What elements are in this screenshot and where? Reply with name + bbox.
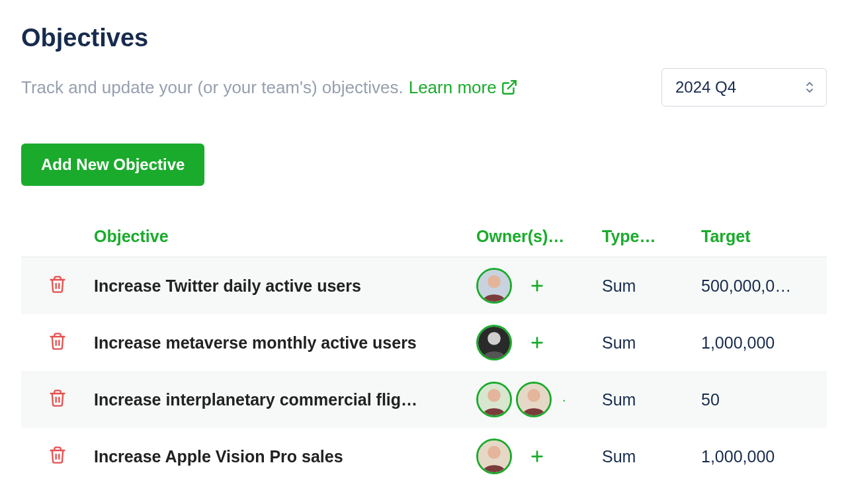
column-header-target[interactable]: Target	[695, 227, 827, 246]
delete-button[interactable]	[48, 445, 67, 468]
owner-avatars	[476, 268, 512, 304]
owner-avatars	[476, 439, 512, 474]
table-row[interactable]: Increase interplanetary commercial flig……	[21, 371, 827, 428]
plus-icon	[530, 278, 544, 293]
target-cell[interactable]: 500,000,0…	[695, 276, 827, 296]
table-row[interactable]: Increase Twitter daily active users Sum5…	[21, 257, 827, 314]
owner-avatar[interactable]	[476, 325, 512, 360]
type-cell[interactable]: Sum	[595, 390, 695, 409]
column-header-type[interactable]: Type…	[595, 227, 695, 246]
add-owner-button[interactable]	[529, 335, 545, 351]
add-objective-button[interactable]: Add New Objective	[21, 144, 204, 186]
owners-cell	[476, 325, 595, 360]
objective-name[interactable]: Increase Twitter daily active users	[94, 276, 476, 296]
target-cell[interactable]: 1,000,000	[695, 333, 827, 353]
owners-cell: ·	[476, 382, 595, 417]
page-title: Objectives	[21, 24, 827, 52]
svg-point-14	[488, 446, 501, 459]
owners-cell	[476, 439, 595, 474]
table-header-row: Objective Owner(s)… Type… Target	[21, 216, 827, 257]
type-cell[interactable]: Sum	[595, 447, 695, 466]
objectives-table: Objective Owner(s)… Type… Target Increas…	[21, 216, 827, 485]
target-cell[interactable]: 50	[695, 390, 827, 409]
plus-icon	[530, 335, 544, 350]
more-owners-indicator[interactable]: ·	[562, 393, 566, 406]
objective-name[interactable]: Increase metaverse monthly active users	[94, 333, 476, 353]
owner-avatar[interactable]	[476, 268, 512, 304]
owners-cell	[476, 268, 595, 304]
delete-cell	[21, 388, 94, 411]
table-row[interactable]: Increase Apple Vision Pro sales Sum1,000…	[21, 428, 827, 485]
trash-icon	[48, 445, 67, 465]
owner-avatars	[476, 382, 552, 417]
period-value: 2024 Q4	[675, 78, 736, 96]
svg-point-6	[488, 332, 501, 345]
owner-avatar[interactable]	[516, 382, 552, 417]
delete-button[interactable]	[48, 331, 67, 354]
trash-icon	[48, 274, 67, 294]
table-row[interactable]: Increase metaverse monthly active users …	[21, 314, 827, 371]
add-owner-button[interactable]	[529, 278, 545, 294]
type-cell[interactable]: Sum	[595, 276, 695, 296]
column-header-owners[interactable]: Owner(s)…	[476, 227, 595, 246]
subtitle-text: Track and update your (or your team's) o…	[21, 77, 403, 98]
owner-avatar[interactable]	[476, 439, 512, 474]
plus-icon	[530, 449, 544, 464]
external-link-icon	[501, 79, 518, 96]
type-cell[interactable]: Sum	[595, 333, 695, 353]
subtitle: Track and update your (or your team's) o…	[21, 77, 518, 98]
delete-button[interactable]	[48, 388, 67, 411]
delete-cell	[21, 331, 94, 354]
column-header-objective[interactable]: Objective	[94, 227, 476, 246]
svg-point-10	[488, 389, 501, 402]
svg-point-12	[527, 389, 540, 402]
learn-more-label: Learn more	[409, 77, 497, 98]
delete-cell	[21, 445, 94, 468]
select-chevron-icon	[805, 80, 814, 95]
svg-point-2	[488, 275, 501, 288]
objective-name[interactable]: Increase Apple Vision Pro sales	[94, 447, 476, 466]
delete-cell	[21, 274, 94, 297]
period-select[interactable]: 2024 Q4	[661, 68, 827, 106]
owner-avatar[interactable]	[476, 382, 512, 417]
trash-icon	[48, 388, 67, 408]
learn-more-link[interactable]: Learn more	[409, 77, 518, 98]
svg-line-0	[508, 81, 516, 89]
add-owner-button[interactable]	[529, 448, 545, 464]
delete-button[interactable]	[48, 274, 67, 297]
owner-avatars	[476, 325, 512, 360]
trash-icon	[48, 331, 67, 351]
table-body: Increase Twitter daily active users Sum5…	[21, 257, 827, 485]
subtitle-row: Track and update your (or your team's) o…	[21, 68, 827, 106]
objective-name[interactable]: Increase interplanetary commercial flig…	[94, 390, 476, 409]
target-cell[interactable]: 1,000,000	[695, 447, 827, 466]
